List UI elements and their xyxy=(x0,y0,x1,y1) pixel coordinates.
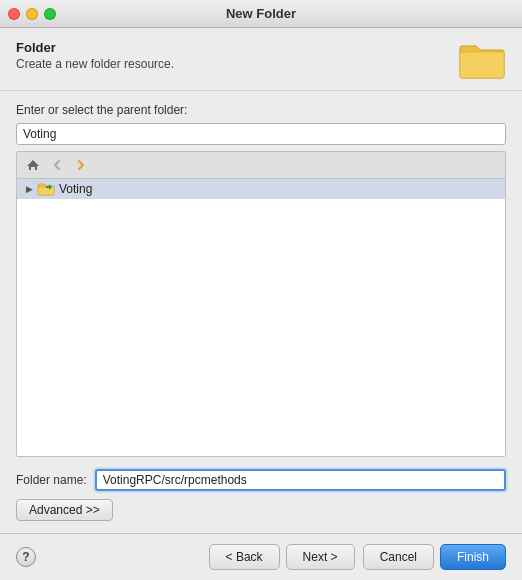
help-button[interactable]: ? xyxy=(16,547,36,567)
titlebar: New Folder xyxy=(0,0,522,28)
back-button[interactable]: < Back xyxy=(209,544,280,570)
header-subtitle: Create a new folder resource. xyxy=(16,57,174,71)
back-icon xyxy=(50,158,64,172)
folder-name-row: Folder name: xyxy=(16,469,506,491)
folder-icon-large xyxy=(458,40,506,80)
back-nav-button[interactable] xyxy=(47,155,67,175)
advanced-button[interactable]: Advanced >> xyxy=(16,499,113,521)
forward-nav-button[interactable] xyxy=(71,155,91,175)
tree-item-label: Voting xyxy=(59,182,92,196)
home-nav-button[interactable] xyxy=(23,155,43,175)
parent-folder-label: Enter or select the parent folder: xyxy=(16,103,506,117)
cancel-button[interactable]: Cancel xyxy=(363,544,434,570)
tree-view[interactable]: ▶ Voting xyxy=(16,178,506,457)
tree-folder-icon xyxy=(37,182,55,196)
nav-buttons: < Back Next > xyxy=(209,544,355,570)
header-title: Folder xyxy=(16,40,174,55)
window-title: New Folder xyxy=(226,6,296,21)
home-icon xyxy=(26,158,40,172)
main-content: Folder Create a new folder resource. Ent… xyxy=(0,28,522,533)
question-icon: ? xyxy=(22,550,29,564)
nav-toolbar xyxy=(16,151,506,178)
body-section: Enter or select the parent folder: xyxy=(0,91,522,533)
parent-folder-input[interactable] xyxy=(16,123,506,145)
finish-button[interactable]: Finish xyxy=(440,544,506,570)
bottom-bar: ? < Back Next > Cancel Finish xyxy=(0,533,522,580)
close-button[interactable] xyxy=(8,8,20,20)
tree-arrow: ▶ xyxy=(23,183,35,195)
header-text: Folder Create a new folder resource. xyxy=(16,40,174,71)
traffic-lights xyxy=(8,8,56,20)
folder-name-label: Folder name: xyxy=(16,473,87,487)
advanced-row: Advanced >> xyxy=(16,499,506,521)
minimize-button[interactable] xyxy=(26,8,38,20)
maximize-button[interactable] xyxy=(44,8,56,20)
header-section: Folder Create a new folder resource. xyxy=(0,28,522,91)
tree-item-voting[interactable]: ▶ Voting xyxy=(17,179,505,199)
forward-icon xyxy=(74,158,88,172)
next-button[interactable]: Next > xyxy=(286,544,355,570)
folder-name-input[interactable] xyxy=(95,469,506,491)
